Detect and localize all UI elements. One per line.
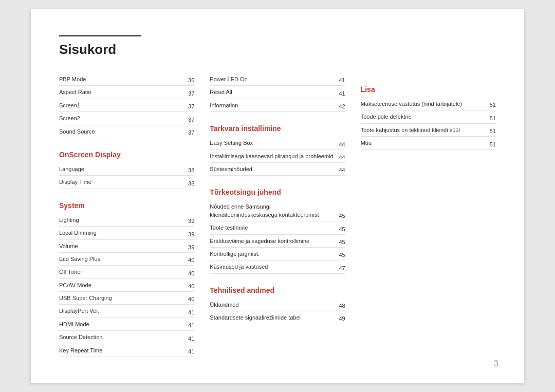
toc-item-page: 37 (188, 103, 194, 109)
toc-item-page: 45 (339, 226, 345, 232)
toc-item-label: Aspect Ratio (59, 88, 188, 96)
toc-item-label: Easy Setting Box (210, 139, 339, 147)
toc-item-page: 51 (490, 128, 496, 134)
toc-item-page: 37 (188, 117, 194, 123)
section-title: System (59, 201, 194, 210)
toc-item: Toote testimine45 (210, 221, 345, 234)
toc-item-label: Screen1 (59, 102, 188, 109)
toc-item: USB Super Charging40 (59, 292, 194, 305)
toc-item-page: 41 (339, 90, 345, 97)
toc-item: Eco Saving Plus40 (59, 253, 194, 266)
toc-item-page: 41 (188, 335, 194, 342)
toc-item-label: HDMI Mode (59, 321, 188, 328)
toc-item-page: 40 (188, 257, 194, 263)
toc-item-label: Eraldusvõime ja sageduse kontrollimine (210, 237, 339, 245)
toc-item-page: 42 (339, 103, 345, 109)
toc-item: Local Dimming39 (59, 227, 194, 239)
toc-item: Reset All41 (210, 86, 345, 99)
toc-item: Standardsete signaalirežiimide tabel49 (210, 311, 345, 324)
toc-item: Sound Source37 (59, 125, 194, 138)
toc-item-page: 37 (188, 90, 194, 97)
toc-item-page: 44 (339, 141, 345, 147)
toc-item: Küsimused ja vastused47 (210, 260, 345, 273)
toc-item: Screen237 (59, 112, 194, 125)
column-3: LisaMakseteenuse vastutus (hind tarbijat… (361, 73, 496, 357)
col1-top-items: PBP Mode36Aspect Ratio37Screen137Screen2… (59, 73, 194, 138)
section-title: Tõrkeotsingu juhend (210, 188, 345, 196)
toc-item-page: 36 (188, 77, 194, 83)
content-grid: PBP Mode36Aspect Ratio37Screen137Screen2… (59, 73, 496, 357)
toc-item: Source Detection41 (59, 331, 194, 344)
toc-item: Aspect Ratio37 (59, 86, 194, 99)
toc-item: Easy Setting Box44 (210, 137, 345, 150)
toc-item: Toote kahjustus on tekkinud kliendi süül… (361, 124, 496, 137)
toc-item-label: Source Detection (59, 333, 188, 341)
toc-item-label: Toote kahjustus on tekkinud kliendi süül (361, 126, 490, 134)
page-number: 3 (494, 359, 498, 368)
toc-item-page: 41 (188, 309, 194, 315)
toc-item-label: DisplayPort Ver. (59, 307, 188, 315)
toc-item-label: Local Dimming (59, 229, 188, 237)
toc-item: Power LED On41 (210, 73, 345, 86)
toc-item-page: 40 (188, 270, 194, 276)
section-title: OnScreen Display (59, 151, 194, 159)
toc-item-page: 49 (339, 315, 345, 322)
toc-item-page: 40 (188, 283, 194, 289)
toc-item-label: Installimisega kaasnevad piirangud ja pr… (210, 153, 339, 160)
toc-item-label: Reset All (210, 88, 339, 96)
toc-item: DisplayPort Ver.41 (59, 305, 194, 318)
column-1: PBP Mode36Aspect Ratio37Screen137Screen2… (59, 73, 194, 357)
toc-item-label: Süsteeminõuded (210, 165, 339, 173)
toc-item-label: Üldandmed (210, 301, 339, 309)
toc-item-label: Küsimused ja vastused (210, 263, 339, 271)
section-title: Tehnilised andmed (210, 286, 345, 294)
toc-item-label: PBP Mode (59, 76, 188, 83)
toc-item-label: Off Timer (59, 268, 188, 276)
toc-item-label: PC/AV Mode (59, 282, 188, 289)
column-2: Power LED On41Reset All41Information42 T… (210, 73, 345, 357)
toc-item-page: 39 (188, 231, 194, 237)
toc-item-page: 45 (339, 239, 345, 245)
toc-item-label: Standardsete signaalirežiimide tabel (210, 314, 339, 322)
toc-item-label: Language (59, 165, 188, 173)
toc-item: Information42 (210, 99, 345, 112)
toc-item-page: 37 (188, 129, 194, 136)
toc-item: Üldandmed48 (210, 298, 345, 311)
toc-item: Lighting39 (59, 214, 194, 227)
toc-item: Screen137 (59, 99, 194, 112)
section-title: Lisa (361, 85, 496, 94)
toc-item: PBP Mode36 (59, 73, 194, 86)
toc-item-label: Eco Saving Plus (59, 255, 188, 263)
toc-item-page: 47 (339, 265, 345, 271)
toc-item: PC/AV Mode40 (59, 279, 194, 292)
page: Sisukord PBP Mode36Aspect Ratio37Screen1… (31, 9, 524, 383)
toc-item-label: Toote testimine (210, 224, 339, 232)
toc-item: Kontrollige järgmist.45 (210, 248, 345, 260)
toc-item-page: 41 (188, 348, 194, 354)
page-title: Sisukord (59, 42, 496, 58)
toc-item-page: 44 (339, 167, 345, 173)
toc-item-label: Key Repeat Time (59, 347, 188, 354)
toc-item: Eraldusvõime ja sageduse kontrollimine45 (210, 235, 345, 248)
toc-item-page: 39 (188, 244, 194, 250)
toc-item-page: 40 (188, 296, 194, 302)
toc-item-label: Makseteenuse vastutus (hind tarbijatele) (361, 100, 490, 108)
toc-item-page: 41 (188, 322, 194, 328)
title-bar (59, 35, 141, 36)
toc-item-page: 51 (490, 141, 496, 147)
toc-item-page: 45 (339, 252, 345, 258)
toc-item: Display Time38 (59, 176, 194, 189)
toc-item-page: 51 (490, 102, 496, 108)
col2-top-items: Power LED On41Reset All41Information42 (210, 73, 345, 112)
toc-item-label: Nõuded enne Samsungi klienditeeninduskes… (210, 203, 339, 219)
toc-item-page: 38 (188, 167, 194, 173)
toc-item-page: 51 (490, 115, 496, 121)
toc-item-page: 45 (339, 213, 345, 219)
toc-item-label: Sound Source (59, 128, 188, 136)
toc-item-label: Information (210, 102, 339, 109)
toc-item-label: Lighting (59, 216, 188, 224)
section-title: Tarkvara installimine (210, 124, 345, 133)
toc-item: Süsteeminõuded44 (210, 163, 345, 176)
toc-item: Installimisega kaasnevad piirangud ja pr… (210, 150, 345, 163)
toc-item: Volume39 (59, 240, 194, 253)
